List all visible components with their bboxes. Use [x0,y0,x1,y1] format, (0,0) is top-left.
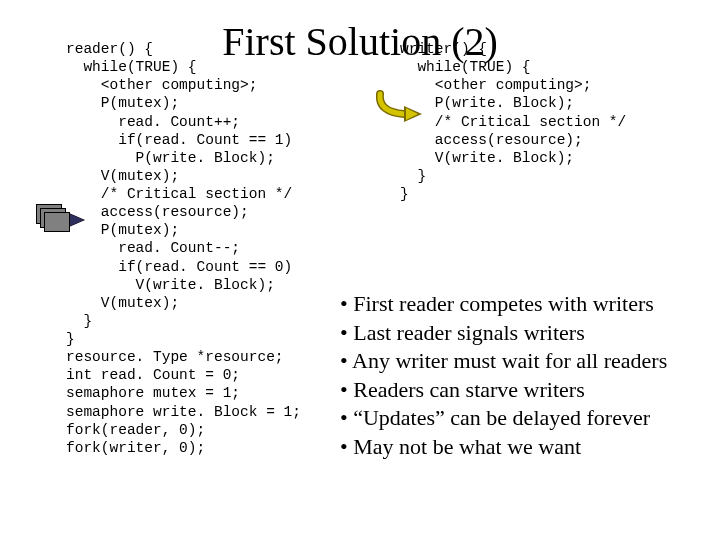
reader-code-block: reader() { while(TRUE) { <other computin… [66,40,301,457]
writer-swoosh-icon [376,88,424,120]
writer-code-block: writer() { while(TRUE) { <other computin… [400,40,626,203]
readers-arrow-icon [70,214,84,226]
readers-stack-icon [36,204,70,232]
bullet-list: • First reader competes with writers • L… [340,290,667,462]
